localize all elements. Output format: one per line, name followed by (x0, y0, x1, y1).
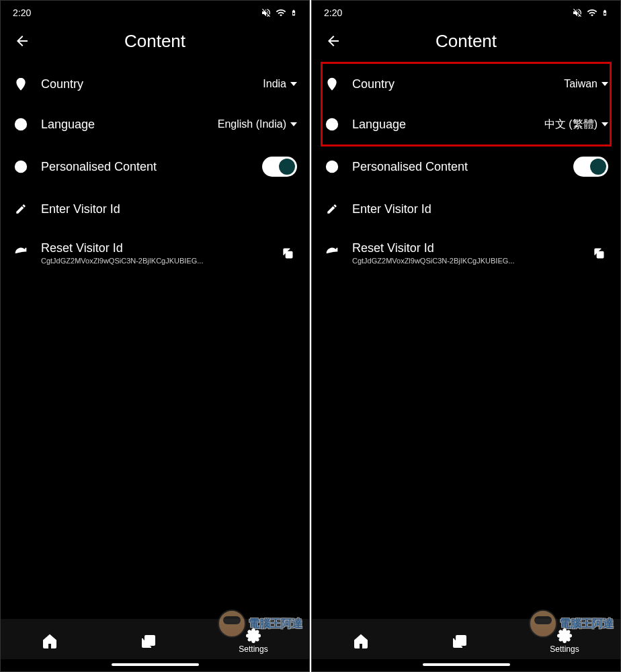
reset-visitor-content: Reset Visitor Id CgtJdGZ2MVoxZl9wQSiC3N-… (41, 241, 266, 265)
status-icons (261, 7, 297, 18)
reset-label: Reset Visitor Id (352, 241, 577, 255)
pencil-icon (324, 201, 340, 217)
copy-button[interactable] (278, 244, 297, 263)
country-label: Country (352, 77, 552, 91)
personalised-toggle[interactable] (573, 157, 608, 177)
page-header: Content (312, 22, 620, 64)
highlight-box: Country Taiwan Language 中文 (繁體) (321, 62, 612, 146)
library-icon (452, 633, 468, 649)
library-icon (140, 633, 157, 649)
language-value: 中文 (繁體) (544, 118, 608, 132)
nav-settings-label: Settings (550, 644, 579, 654)
back-arrow-icon (325, 33, 341, 49)
language-value: English (India) (218, 118, 297, 130)
visitor-id-label: Enter Visitor Id (41, 202, 297, 216)
watermark: 電腦王阿達 (529, 610, 614, 638)
chevron-down-icon (290, 122, 297, 126)
svg-point-7 (331, 81, 333, 83)
personalised-toggle[interactable] (262, 157, 297, 177)
copy-icon (592, 247, 606, 260)
visitor-id-row[interactable]: Enter Visitor Id (11, 189, 298, 229)
country-label: Country (41, 77, 251, 91)
visitor-id-label: Enter Visitor Id (352, 202, 608, 216)
reset-visitor-content: Reset Visitor Id CgtJdGZ2MVoxZl9wQSiC3N-… (352, 241, 577, 265)
page-title: Content (124, 31, 185, 52)
watermark-face-icon (529, 610, 557, 638)
phone-screen-right: 2:20 Content Country Taiwan (311, 0, 621, 672)
reset-label: Reset Visitor Id (41, 241, 266, 255)
chevron-down-icon (602, 122, 608, 126)
refresh-icon (13, 245, 29, 261)
personalised-icon (13, 159, 29, 175)
language-row[interactable]: Language English (India) (11, 104, 298, 144)
svg-rect-11 (597, 251, 604, 257)
personalised-label: Personalised Content (41, 160, 250, 174)
home-icon (42, 633, 58, 649)
back-arrow-icon (14, 33, 30, 49)
watermark-face-icon (218, 610, 246, 638)
page-title: Content (436, 31, 497, 52)
chevron-down-icon (602, 82, 608, 86)
language-label: Language (41, 118, 206, 132)
battery-icon (290, 7, 297, 18)
svg-point-10 (330, 165, 335, 169)
svg-point-0 (19, 81, 22, 83)
nav-library[interactable] (140, 633, 157, 649)
phone-screen-left: 2:20 Content Country India Langu (0, 0, 310, 672)
copy-icon (281, 247, 294, 260)
svg-point-3 (19, 165, 24, 169)
status-bar: 2:20 (312, 1, 620, 22)
visitor-id-row[interactable]: Enter Visitor Id (323, 189, 610, 229)
reset-token: CgtJdGZ2MVoxZl9wQSiC3N-2BjIKCgJKUBIEG... (41, 257, 266, 265)
page-header: Content (1, 22, 309, 64)
pencil-icon (13, 201, 29, 217)
svg-rect-4 (286, 251, 292, 257)
personalised-icon (324, 159, 340, 175)
nav-home[interactable] (42, 633, 58, 649)
nav-library[interactable] (452, 633, 468, 649)
globe-icon (324, 116, 340, 132)
personalised-row[interactable]: Personalised Content (323, 144, 610, 189)
country-row[interactable]: Country Taiwan (323, 64, 610, 104)
mute-icon (572, 7, 583, 18)
home-icon (353, 633, 369, 649)
reset-visitor-row[interactable]: Reset Visitor Id CgtJdGZ2MVoxZl9wQSiC3N-… (11, 229, 298, 277)
chevron-down-icon (290, 82, 297, 86)
back-button[interactable] (324, 32, 343, 50)
content-area: Country India Language English (India) P… (1, 64, 309, 619)
mute-icon (261, 7, 272, 18)
personalised-label: Personalised Content (352, 160, 561, 174)
back-button[interactable] (13, 32, 32, 50)
gesture-bar[interactable] (423, 663, 510, 666)
reset-token: CgtJdGZ2MVoxZl9wQSiC3N-2BjIKCgJKUBIEG... (352, 257, 577, 265)
content-area: Country Taiwan Language 中文 (繁體) (312, 64, 620, 619)
copy-button[interactable] (589, 244, 608, 263)
language-label: Language (352, 118, 532, 132)
nav-home[interactable] (353, 633, 369, 649)
status-time: 2:20 (324, 7, 342, 18)
wifi-icon (587, 7, 597, 18)
country-value: Taiwan (564, 78, 608, 90)
nav-settings-label: Settings (239, 644, 267, 654)
country-value: India (263, 78, 297, 90)
globe-icon (13, 116, 29, 132)
refresh-icon (324, 245, 340, 261)
reset-visitor-row[interactable]: Reset Visitor Id CgtJdGZ2MVoxZl9wQSiC3N-… (323, 229, 610, 277)
status-icons (572, 7, 608, 18)
personalised-row[interactable]: Personalised Content (11, 144, 298, 189)
status-time: 2:20 (13, 7, 31, 18)
watermark: 電腦王阿達 (218, 610, 302, 638)
country-row[interactable]: Country India (11, 64, 298, 104)
status-bar: 2:20 (1, 1, 309, 22)
location-icon (324, 76, 340, 92)
wifi-icon (276, 7, 286, 18)
location-icon (13, 76, 29, 92)
battery-icon (602, 7, 608, 18)
language-row[interactable]: Language 中文 (繁體) (323, 104, 610, 144)
gesture-bar[interactable] (112, 663, 199, 666)
